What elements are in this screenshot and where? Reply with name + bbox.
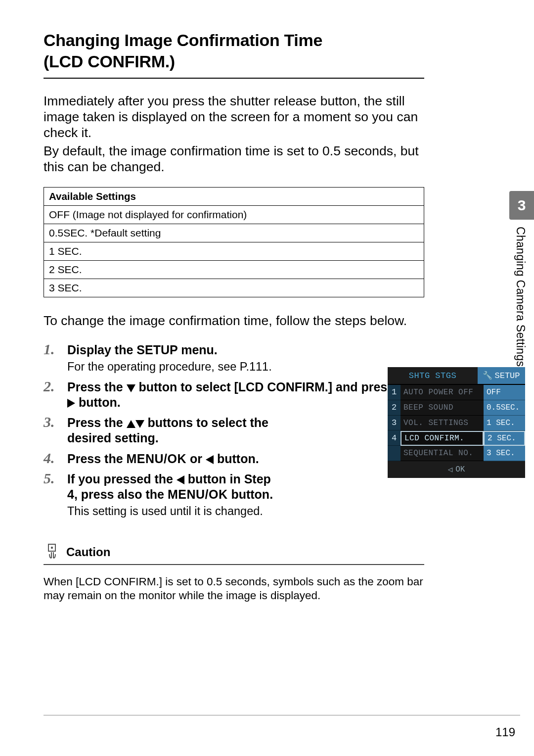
- lcd-footer: ◁ OK: [388, 461, 525, 478]
- caution-title: Caution: [66, 545, 110, 559]
- title-rule: [44, 78, 424, 79]
- step-5: If you pressed the button in Step 4, pre…: [44, 472, 424, 519]
- caution-icon: [44, 543, 61, 561]
- left-triangle-icon: ◁: [448, 465, 453, 474]
- step-5-head: If you pressed the button in Step 4, pre…: [67, 472, 275, 503]
- lcd-page: 4: [388, 430, 400, 446]
- step-4: Press the MENU/OK or button.: [44, 451, 424, 467]
- lcd-menu-row: SEQUENTIAL NO.: [400, 446, 484, 461]
- intro-paragraph-1: Immediately after you press the shutter …: [44, 94, 424, 141]
- lcd-menu-row-selected: LCD CONFIRM.: [400, 431, 484, 446]
- step-4-head: Press the MENU/OK or button.: [67, 451, 275, 467]
- up-arrow-icon: [127, 420, 135, 428]
- table-row: 2 SEC.: [44, 260, 424, 279]
- page-title: Changing Image Confirmation Time (LCD CO…: [44, 30, 424, 72]
- lcd-page: 3: [388, 416, 400, 431]
- steps-list: Display the SETUP menu. For the operatin…: [44, 342, 424, 519]
- table-row: 0.5SEC. *Default setting: [44, 224, 424, 242]
- lcd-page: 2: [388, 400, 400, 416]
- step-2: Press the button to select [LCD CONFIRM.…: [44, 379, 424, 411]
- intro-paragraph-2: By default, the image confirmation time …: [44, 143, 424, 175]
- camera-lcd-screenshot: SHTG STGS 🔧SETUP 1 2 3 4 AUTO POWER OFF …: [388, 367, 525, 476]
- lcd-option: 3 SEC.: [484, 446, 525, 461]
- step-3-head: Press the buttons to select the desired …: [67, 415, 275, 446]
- footer-rule: [44, 715, 520, 715]
- table-header: Available Settings: [44, 187, 424, 205]
- available-settings-table: Available Settings OFF (Image not displa…: [44, 187, 424, 297]
- lcd-option: 0.5SEC.: [484, 400, 525, 416]
- down-arrow-icon: [135, 420, 144, 428]
- caution-text: When [LCD CONFIRM.] is set to 0.5 second…: [44, 575, 424, 603]
- caution-box: Caution When [LCD CONFIRM.] is set to 0.…: [44, 543, 424, 603]
- down-arrow-icon: [127, 384, 135, 392]
- lcd-option: OFF: [484, 385, 525, 400]
- step-3: Press the buttons to select the desired …: [44, 415, 424, 446]
- table-row: OFF (Image not displayed for confirmatio…: [44, 205, 424, 224]
- table-row: 1 SEC.: [44, 242, 424, 260]
- steps-intro: To change the image confirmation time, f…: [44, 313, 424, 329]
- lcd-tab-shtg: SHTG STGS: [388, 367, 478, 384]
- chapter-label: Changing Camera Settings: [514, 227, 527, 367]
- lcd-menu-row: BEEP SOUND: [400, 400, 484, 416]
- step-1: Display the SETUP menu. For the operatin…: [44, 342, 424, 375]
- step-5-sub: This setting is used until it is changed…: [67, 504, 424, 519]
- lcd-page: [388, 446, 400, 461]
- left-arrow-icon: [206, 455, 214, 464]
- page-number: 119: [495, 725, 515, 739]
- table-row: 3 SEC.: [44, 279, 424, 297]
- step-2-head: Press the button to select [LCD CONFIRM.…: [67, 379, 424, 411]
- wrench-icon: 🔧: [483, 371, 492, 380]
- title-line2: (LCD CONFIRM.): [44, 52, 175, 71]
- lcd-option-selected: 2 SEC.: [484, 431, 525, 446]
- chapter-tab: 3: [509, 191, 534, 220]
- title-line1: Changing Image Confirmation Time: [44, 31, 322, 49]
- right-arrow-icon: [67, 399, 75, 408]
- lcd-tab-setup: 🔧SETUP: [478, 367, 525, 384]
- lcd-page: 1: [388, 385, 400, 400]
- lcd-menu-row: VOL. SETTINGS: [400, 416, 484, 431]
- svg-point-1: [51, 547, 53, 549]
- lcd-menu-row: AUTO POWER OFF: [400, 385, 484, 400]
- step-1-sub: For the operating procedure, see P.111.: [67, 360, 424, 374]
- step-1-head: Display the SETUP menu.: [67, 342, 424, 358]
- left-arrow-icon: [177, 475, 184, 484]
- lcd-option: 1 SEC.: [484, 416, 525, 431]
